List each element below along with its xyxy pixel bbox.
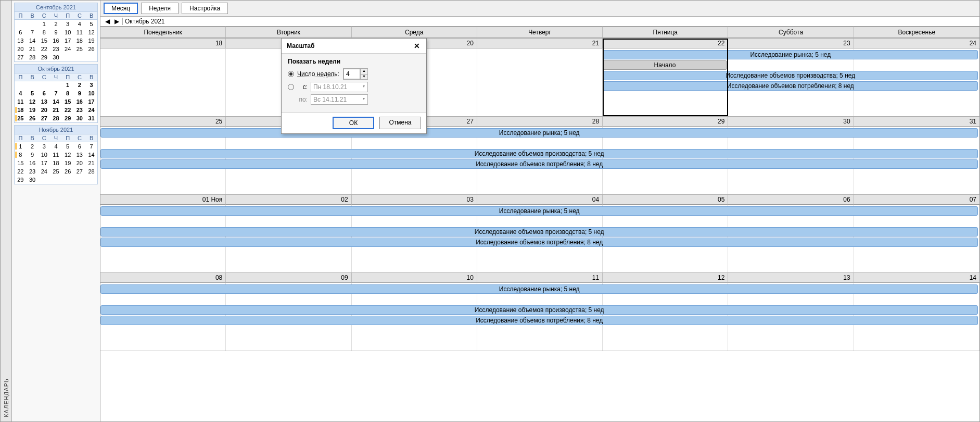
mini-day[interactable]: 28 <box>85 167 97 176</box>
date-cell[interactable]: 21 <box>477 39 603 48</box>
mini-day[interactable]: 8 <box>62 89 74 97</box>
prev-arrow-icon[interactable]: ◀ <box>104 18 111 25</box>
task-event[interactable]: Исследование объемов потребления; 8 нед <box>100 316 978 325</box>
milestone-event[interactable]: Начало <box>603 60 727 70</box>
to-date-combo[interactable] <box>311 94 368 105</box>
mini-day[interactable]: 23 <box>27 167 39 176</box>
mini-day[interactable]: 10 <box>85 89 97 97</box>
mini-day[interactable]: 5 <box>27 89 39 97</box>
task-event[interactable]: Исследование рынка; 5 нед <box>100 128 978 138</box>
mini-day[interactable]: 13 <box>74 151 86 159</box>
task-event[interactable]: Исследование объемов потребления; 8 нед <box>100 238 978 247</box>
mini-day[interactable]: 25 <box>15 114 27 122</box>
mini-day[interactable]: 26 <box>85 45 97 53</box>
date-cell[interactable]: 09 <box>226 273 351 283</box>
mini-day[interactable]: 24 <box>85 106 97 114</box>
mini-day[interactable]: 12 <box>85 28 97 36</box>
mini-day[interactable]: 17 <box>38 159 50 167</box>
ok-button[interactable]: ОК <box>333 117 374 129</box>
mini-day[interactable]: 4 <box>50 142 62 151</box>
date-cell[interactable]: 10 <box>352 273 477 283</box>
mini-day[interactable]: 21 <box>50 106 62 114</box>
date-cell[interactable]: 04 <box>477 195 603 205</box>
mini-day[interactable]: 30 <box>50 53 62 61</box>
mini-day[interactable]: 6 <box>38 89 50 97</box>
mini-day[interactable]: 17 <box>62 36 74 45</box>
mini-day[interactable]: 4 <box>74 20 86 28</box>
date-cell[interactable]: 08 <box>100 273 226 283</box>
mini-day[interactable]: 29 <box>62 114 74 122</box>
date-cell[interactable]: 12 <box>603 273 728 283</box>
dialog-close-icon[interactable]: ✕ <box>412 42 422 50</box>
mini-day[interactable]: 10 <box>62 28 74 36</box>
date-cell[interactable]: 14 <box>854 273 979 283</box>
mini-day[interactable]: 28 <box>50 114 62 122</box>
mini-day[interactable]: 23 <box>50 45 62 53</box>
mini-day[interactable]: 18 <box>74 36 86 45</box>
mini-day[interactable]: 2 <box>50 20 62 28</box>
mini-day[interactable]: 21 <box>85 159 97 167</box>
mini-day[interactable]: 6 <box>74 142 86 151</box>
mini-day[interactable]: 30 <box>27 176 39 184</box>
mini-day[interactable]: 29 <box>15 176 27 184</box>
mini-day[interactable]: 12 <box>27 97 39 106</box>
mini-day[interactable]: 22 <box>38 45 50 53</box>
mini-day[interactable]: 16 <box>50 36 62 45</box>
mini-day[interactable]: 22 <box>62 106 74 114</box>
task-event[interactable]: Исследование объемов производства; 5 нед <box>603 71 978 80</box>
date-cell[interactable]: 05 <box>603 195 728 205</box>
mini-day[interactable]: 25 <box>50 167 62 176</box>
radio-date-range[interactable] <box>288 84 294 90</box>
mini-day[interactable]: 18 <box>50 159 62 167</box>
mini-day[interactable]: 27 <box>74 167 86 176</box>
date-cell[interactable]: 18 <box>100 39 226 48</box>
mini-day[interactable]: 20 <box>74 159 86 167</box>
date-cell[interactable]: 25 <box>100 117 226 127</box>
mini-day[interactable]: 25 <box>74 45 86 53</box>
sidebar-tab-calendar[interactable]: КАЛЕНДАРЬ <box>1 1 12 421</box>
date-cell[interactable]: 28 <box>477 117 603 127</box>
date-cell[interactable]: 31 <box>854 117 979 127</box>
mini-day[interactable]: 2 <box>27 142 39 151</box>
mini-day[interactable]: 27 <box>15 53 27 61</box>
mini-day[interactable]: 23 <box>74 106 86 114</box>
radio-num-weeks[interactable] <box>288 71 294 77</box>
mini-day[interactable]: 30 <box>74 114 86 122</box>
view-week-button[interactable]: Неделя <box>141 3 179 14</box>
task-event[interactable]: Исследование рынка; 5 нед <box>100 206 978 216</box>
mini-day[interactable]: 15 <box>62 97 74 106</box>
date-cell[interactable]: 13 <box>728 273 854 283</box>
view-month-button[interactable]: Месяц <box>104 3 138 14</box>
mini-day[interactable]: 24 <box>38 167 50 176</box>
mini-day[interactable]: 4 <box>15 89 27 97</box>
date-cell[interactable]: 06 <box>728 195 854 205</box>
mini-day[interactable]: 31 <box>85 114 97 122</box>
mini-day[interactable]: 10 <box>38 151 50 159</box>
mini-day[interactable]: 24 <box>62 45 74 53</box>
mini-day[interactable]: 14 <box>27 36 39 45</box>
mini-day[interactable]: 5 <box>85 20 97 28</box>
mini-day[interactable]: 15 <box>15 159 27 167</box>
task-event[interactable]: Исследование рынка; 5 нед <box>603 50 978 59</box>
mini-day[interactable]: 8 <box>38 28 50 36</box>
mini-day[interactable]: 3 <box>62 20 74 28</box>
date-cell[interactable]: 11 <box>477 273 603 283</box>
mini-day[interactable]: 15 <box>38 36 50 45</box>
task-event[interactable]: Исследование объемов потребления; 8 нед <box>100 159 978 169</box>
mini-day[interactable]: 7 <box>27 28 39 36</box>
cancel-button[interactable]: Отмена <box>379 117 421 129</box>
mini-day[interactable]: 16 <box>74 97 86 106</box>
mini-day[interactable]: 11 <box>50 151 62 159</box>
date-cell[interactable]: 30 <box>728 117 854 127</box>
spin-up-icon[interactable]: ▲ <box>360 69 367 75</box>
mini-day[interactable]: 18 <box>15 106 27 114</box>
mini-day[interactable]: 8 <box>15 151 27 159</box>
mini-day[interactable]: 20 <box>15 45 27 53</box>
next-arrow-icon[interactable]: ▶ <box>113 18 120 25</box>
mini-day[interactable]: 20 <box>38 106 50 114</box>
task-event[interactable]: Исследование объемов производства; 5 нед <box>100 227 978 237</box>
date-cell[interactable]: 22 <box>603 39 728 48</box>
mini-day[interactable]: 5 <box>62 142 74 151</box>
mini-day[interactable]: 6 <box>15 28 27 36</box>
date-cell[interactable]: 29 <box>603 117 728 127</box>
